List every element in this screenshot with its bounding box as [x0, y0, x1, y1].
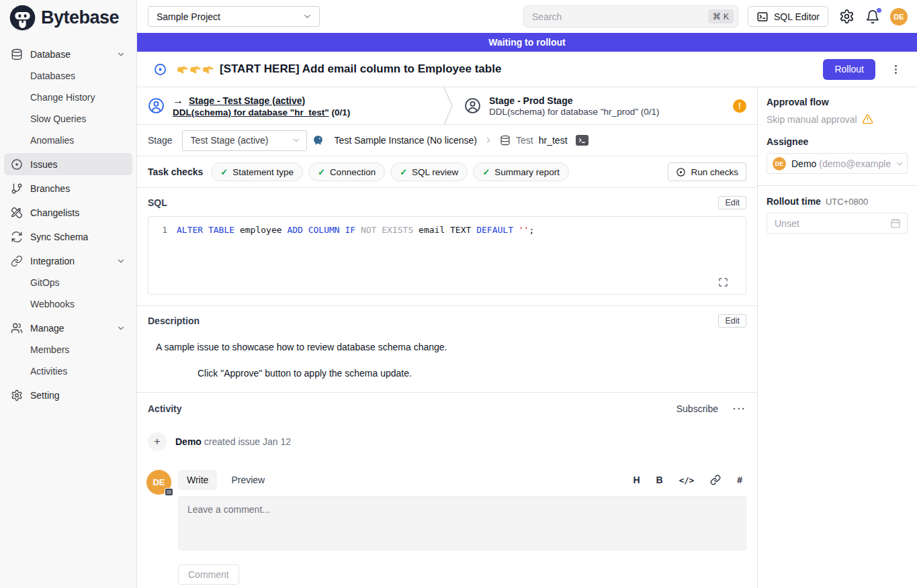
sidebar-item-database[interactable]: Database: [4, 43, 132, 65]
sidebar-item-change-history[interactable]: Change History: [4, 87, 132, 108]
sidebar-item-databases[interactable]: Databases: [4, 65, 132, 87]
sidebar-item-label: Members: [30, 344, 69, 355]
sql-code-editor[interactable]: 1 ALTER TABLE employee ADD COLUMN IF NOT…: [148, 216, 746, 295]
rollout-status-banner: Waiting to rollout: [137, 33, 917, 52]
database-icon: [500, 135, 511, 146]
sidebar-item-gitops[interactable]: GitOps: [4, 272, 132, 293]
sidebar-item-label: Issues: [30, 159, 57, 170]
sidebar-item-anomalies[interactable]: Anomalies: [4, 130, 132, 151]
description-edit-button[interactable]: Edit: [718, 314, 746, 328]
current-stage-arrow-icon: →: [173, 95, 183, 107]
sql-editor-button[interactable]: SQL Editor: [748, 6, 828, 27]
approval-flow-label: Approval flow: [767, 97, 908, 107]
approval-flow-value: Skip manual approval: [767, 114, 857, 125]
issue-title: [START HERE] Add email column to Employe…: [220, 62, 501, 76]
sql-statement: ALTER TABLE employee ADD COLUMN IF NOT E…: [177, 225, 534, 294]
search-input[interactable]: Search ⌘ K: [523, 5, 738, 28]
sidebar-item-changelists[interactable]: Changelists: [4, 201, 132, 224]
stage-pipeline: →Stage - Test Stage (active) DDL(schema)…: [137, 87, 757, 125]
description-paragraph: A sample issue to showcase how to review…: [156, 342, 746, 352]
stage-card-prod[interactable]: Stage - Prod Stage DDL(schema) for datab…: [453, 87, 757, 124]
hash-format-icon[interactable]: #: [737, 475, 742, 485]
search-placeholder: Search: [532, 11, 562, 22]
issue-main: →Stage - Test Stage (active) DDL(schema)…: [137, 87, 758, 588]
issue-header: [START HERE] Add email column to Employe…: [137, 52, 917, 87]
sql-editor-label: SQL Editor: [774, 11, 820, 22]
link-format-icon[interactable]: [710, 475, 721, 485]
comment-input[interactable]: [178, 496, 746, 550]
rollout-button[interactable]: Rollout: [823, 59, 875, 80]
subscribe-button[interactable]: Subscribe: [676, 403, 718, 414]
tab-write[interactable]: Write: [178, 470, 217, 490]
stage-card-test[interactable]: →Stage - Test Stage (active) DDL(schema)…: [137, 87, 443, 124]
sidebar-item-branches[interactable]: Branches: [4, 177, 132, 199]
activity-section: Activity Subscribe ··· + Demo created is…: [137, 393, 757, 451]
check-pass-icon: ✓: [318, 167, 325, 177]
database-name[interactable]: hr_test: [539, 135, 568, 146]
sidebar-item-members[interactable]: Members: [4, 339, 132, 360]
activity-actor: Demo: [175, 436, 202, 447]
chevron-down-icon: [292, 136, 301, 145]
rollout-time-input[interactable]: Unset: [767, 213, 908, 234]
assignee-avatar: DE: [773, 157, 786, 170]
activity-action: created issue Jan 12: [202, 436, 291, 447]
notifications-bell-icon[interactable]: [865, 9, 880, 24]
breadcrumb-chevron-icon: [484, 136, 493, 145]
project-select-value: Sample Project: [157, 11, 220, 22]
check-statement-type[interactable]: ✓Statement type: [211, 162, 303, 181]
issue-open-status-icon: [154, 63, 167, 76]
task-checks-label: Task checks: [148, 166, 203, 177]
stage-label: Stage: [148, 135, 173, 146]
sidebar-item-setting[interactable]: Setting: [4, 384, 132, 406]
description-section: Description Edit A sample issue to showc…: [137, 306, 757, 393]
comment-editor: DE Write Preview H B </> #: [146, 470, 746, 552]
sql-edit-button[interactable]: Edit: [718, 196, 746, 209]
sidebar-item-label: Slow Queries: [30, 113, 86, 124]
sidebar-item-slow-queries[interactable]: Slow Queries: [4, 108, 132, 130]
comment-submit-button[interactable]: Comment: [178, 565, 239, 585]
ellipsis-menu-icon[interactable]: ···: [733, 403, 746, 414]
open-sql-editor-icon[interactable]: [576, 135, 588, 146]
chevron-down-icon: [895, 159, 904, 168]
project-select[interactable]: Sample Project: [148, 6, 320, 27]
notification-dot: [877, 8, 881, 13]
sidebar-item-sync-schema[interactable]: Sync Schema: [4, 226, 132, 248]
sidebar-item-issues[interactable]: Issues: [4, 153, 132, 175]
assignee-select[interactable]: DE Demo (demo@example: [767, 153, 908, 174]
rollout-time-value: Unset: [775, 218, 799, 229]
check-summary-report[interactable]: ✓Summary report: [473, 162, 569, 181]
sidebar-item-label: Anomalies: [30, 135, 74, 146]
sql-section: SQL Edit 1 ALTER TABLE employee ADD COLU…: [137, 188, 757, 306]
tab-preview[interactable]: Preview: [222, 470, 273, 490]
check-pass-icon: ✓: [482, 167, 490, 177]
sidebar: Bytebase Database Databases Change Histo…: [0, 0, 137, 588]
plus-circle-icon: +: [148, 432, 167, 451]
comment-bubble-icon: [165, 488, 173, 496]
brand-logo[interactable]: Bytebase: [0, 0, 136, 35]
link-icon: [11, 255, 23, 267]
terminal-icon: [756, 11, 769, 23]
user-avatar[interactable]: DE: [890, 8, 908, 26]
sidebar-nav: Database Databases Change History Slow Q…: [0, 35, 136, 406]
rollout-time-label: Rollout time: [767, 196, 821, 207]
check-connection[interactable]: ✓Connection: [308, 162, 385, 181]
run-checks-button[interactable]: Run checks: [668, 162, 746, 181]
sync-refresh-icon: [11, 231, 23, 243]
fullscreen-expand-icon[interactable]: [718, 277, 728, 287]
settings-gear-icon[interactable]: [839, 9, 855, 24]
stage-select[interactable]: Test Stage (active): [182, 130, 307, 151]
check-sql-review[interactable]: ✓SQL review: [390, 162, 468, 181]
sidebar-item-integration[interactable]: Integration: [4, 250, 132, 272]
bold-format-icon[interactable]: B: [656, 475, 663, 485]
sidebar-item-webhooks[interactable]: Webhooks: [4, 293, 132, 315]
sidebar-item-activities[interactable]: Activities: [4, 360, 132, 382]
heading-format-icon[interactable]: H: [633, 475, 640, 485]
sidebar-item-label: Sync Schema: [30, 232, 88, 242]
code-format-icon[interactable]: </>: [679, 475, 695, 485]
chevron-down-icon: [116, 256, 126, 266]
activity-label: Activity: [148, 403, 182, 414]
kebab-menu-icon[interactable]: [889, 63, 902, 76]
brand-name: Bytebase: [41, 7, 119, 28]
sidebar-item-manage[interactable]: Manage: [4, 317, 132, 339]
instance-name[interactable]: Test Sample Instance (No license): [335, 135, 477, 146]
